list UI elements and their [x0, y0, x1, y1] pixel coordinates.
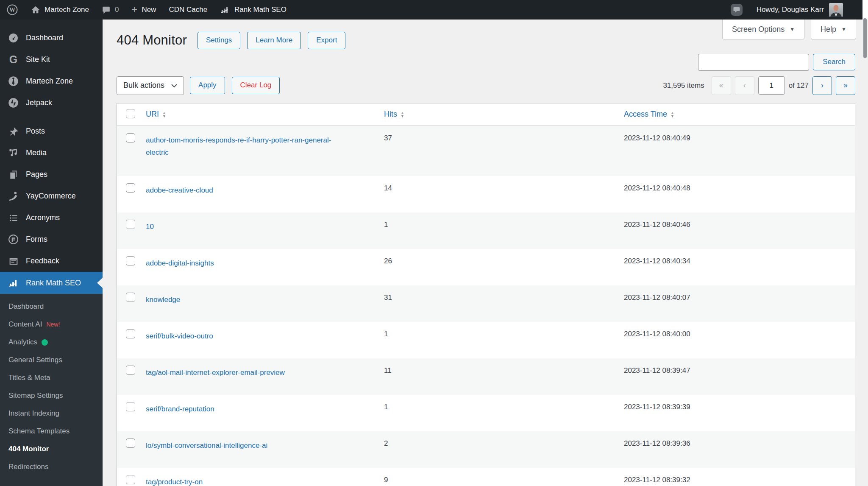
- row-checkbox[interactable]: [126, 402, 135, 411]
- bulk-actions-select[interactable]: Bulk actions: [117, 76, 184, 95]
- submenu-label: Dashboard: [8, 302, 44, 311]
- sidebar-item-rank-math-seo[interactable]: Rank Math SEO: [0, 272, 103, 294]
- table-row: knowledge 31 2023-11-12 08:40:07: [117, 285, 855, 322]
- messages-indicator[interactable]: [723, 0, 750, 20]
- submenu-item-dashboard[interactable]: Dashboard: [0, 298, 103, 316]
- sidebar-item-label: Pages: [26, 170, 47, 179]
- uri-link[interactable]: lo/symbl-conversational-intelligence-ai: [146, 441, 267, 450]
- row-checkbox[interactable]: [126, 293, 135, 302]
- row-checkbox[interactable]: [126, 439, 135, 448]
- uri-link[interactable]: knowledge: [146, 296, 180, 304]
- account-menu[interactable]: Howdy, Douglas Karr: [750, 0, 849, 20]
- screen-options-button[interactable]: Screen Options ▼: [722, 20, 804, 39]
- sidebar-item-jetpack[interactable]: Jetpack: [0, 92, 103, 114]
- bulk-actions-label: Bulk actions: [123, 81, 164, 90]
- submenu-item-content-ai[interactable]: Content AI New!: [0, 316, 103, 333]
- home-icon: [31, 5, 40, 14]
- column-header-uri[interactable]: URI ▲▼: [146, 110, 384, 119]
- row-checkbox[interactable]: [126, 329, 135, 338]
- submenu-label: Instant Indexing: [8, 409, 59, 418]
- table-row: adobe-digital-insights 26 2023-11-12 08:…: [117, 249, 855, 285]
- submenu-item-instant-indexing[interactable]: Instant Indexing: [0, 405, 103, 422]
- uri-link[interactable]: serif/brand-reputation: [146, 405, 214, 413]
- row-checkbox[interactable]: [126, 475, 135, 484]
- sidebar-item-pages[interactable]: Pages: [0, 164, 103, 185]
- row-checkbox[interactable]: [126, 183, 135, 193]
- sort-arrows-icon: ▲▼: [670, 111, 674, 118]
- clear-log-button[interactable]: Clear Log: [232, 77, 280, 94]
- row-checkbox[interactable]: [126, 366, 135, 375]
- submenu-item-general-settings[interactable]: General Settings: [0, 351, 103, 369]
- sidebar-item-yaycommerce[interactable]: YayCommerce: [0, 185, 103, 207]
- analytics-status-dot: [42, 339, 48, 346]
- sidebar-item-feedback[interactable]: Feedback: [0, 250, 103, 272]
- howdy-label: Howdy, Douglas Karr: [757, 6, 824, 14]
- access-time-value: 2023-11-12 08:40:34: [624, 249, 855, 285]
- hits-value: 1: [384, 322, 624, 358]
- row-checkbox[interactable]: [126, 256, 135, 265]
- submenu-item-redirections[interactable]: Redirections: [0, 458, 103, 476]
- site-name-link[interactable]: Martech Zone: [25, 0, 95, 20]
- sort-arrows-icon: ▲▼: [162, 111, 166, 118]
- hits-value: 14: [384, 176, 624, 212]
- scrollbar-track: [862, 0, 868, 20]
- submenu-item-titles-meta[interactable]: Titles & Meta: [0, 369, 103, 387]
- access-time-value: 2023-11-12 08:39:36: [624, 431, 855, 468]
- uri-link[interactable]: tag/aol-mail-internet-explorer-email-pre…: [146, 369, 285, 377]
- prev-page-button[interactable]: ‹: [735, 76, 754, 95]
- row-checkbox[interactable]: [126, 220, 135, 229]
- scrollbar-thumb[interactable]: [863, 18, 867, 58]
- uri-link[interactable]: author-tom-morris-responds-re-if-harry-p…: [146, 136, 331, 156]
- apply-button[interactable]: Apply: [190, 77, 225, 94]
- sidebar-item-label: Jetpack: [26, 98, 52, 107]
- submenu-item-sitemap-settings[interactable]: Sitemap Settings: [0, 387, 103, 405]
- table-row: serif/bulk-video-outro 1 2023-11-12 08:4…: [117, 322, 855, 358]
- uri-link[interactable]: tag/product-try-on: [146, 478, 203, 486]
- sidebar-item-forms[interactable]: Forms: [0, 229, 103, 250]
- sidebar-item-posts[interactable]: Posts: [0, 120, 103, 142]
- current-page-input[interactable]: [758, 76, 785, 95]
- last-page-button[interactable]: »: [836, 76, 855, 95]
- row-checkbox[interactable]: [126, 133, 135, 142]
- wordpress-menu[interactable]: W: [0, 0, 25, 20]
- uri-link[interactable]: serif/bulk-video-outro: [146, 332, 213, 340]
- new-label: New: [142, 6, 156, 14]
- sidebar-item-site-kit[interactable]: G Site Kit: [0, 49, 103, 70]
- sidebar-item-dashboard[interactable]: Dashboard: [0, 27, 103, 49]
- plus-icon: +: [131, 4, 137, 14]
- column-header-hits[interactable]: Hits ▲▼: [384, 110, 624, 119]
- settings-button[interactable]: Settings: [198, 32, 240, 49]
- uri-link[interactable]: 10: [146, 223, 154, 231]
- new-badge: New!: [46, 321, 60, 328]
- column-label: URI: [146, 110, 159, 119]
- submenu-item-schema-templates[interactable]: Schema Templates: [0, 422, 103, 440]
- new-content-menu[interactable]: + New: [125, 0, 162, 20]
- chevron-down-icon: ▼: [841, 26, 846, 32]
- learn-more-button[interactable]: Learn More: [247, 32, 301, 49]
- first-page-button[interactable]: «: [712, 76, 731, 95]
- sidebar-item-acronyms[interactable]: Acronyms: [0, 207, 103, 229]
- search-button[interactable]: Search: [813, 54, 855, 70]
- submenu-label: Titles & Meta: [8, 374, 50, 382]
- sidebar-item-martech-zone[interactable]: Martech Zone: [0, 70, 103, 92]
- rank-math-admin-menu[interactable]: Rank Math SEO: [214, 0, 293, 20]
- uri-link[interactable]: adobe-creative-cloud: [146, 186, 213, 194]
- access-time-value: 2023-11-12 08:40:49: [624, 126, 855, 176]
- svg-text:W: W: [9, 7, 15, 13]
- screen-meta-tabs: Screen Options ▼ Help ▼: [722, 20, 856, 39]
- help-button[interactable]: Help ▼: [811, 20, 856, 39]
- sidebar-item-media[interactable]: Media: [0, 142, 103, 164]
- sidebar-item-label: Forms: [26, 235, 47, 244]
- next-page-button[interactable]: ›: [812, 76, 832, 95]
- search-input[interactable]: [698, 54, 809, 71]
- select-all-checkbox[interactable]: [126, 109, 135, 118]
- submenu-item-analytics[interactable]: Analytics: [0, 333, 103, 351]
- uri-link[interactable]: adobe-digital-insights: [146, 259, 214, 267]
- stacked-pages-icon: [8, 169, 19, 180]
- cdn-cache-label: CDN Cache: [169, 6, 207, 14]
- comments-indicator[interactable]: 0: [95, 0, 125, 20]
- column-header-access-time[interactable]: Access Time ▲▼: [624, 110, 855, 119]
- submenu-item-404-monitor[interactable]: 404 Monitor: [0, 440, 103, 458]
- export-button[interactable]: Export: [308, 32, 345, 49]
- cdn-cache-menu[interactable]: CDN Cache: [162, 0, 214, 20]
